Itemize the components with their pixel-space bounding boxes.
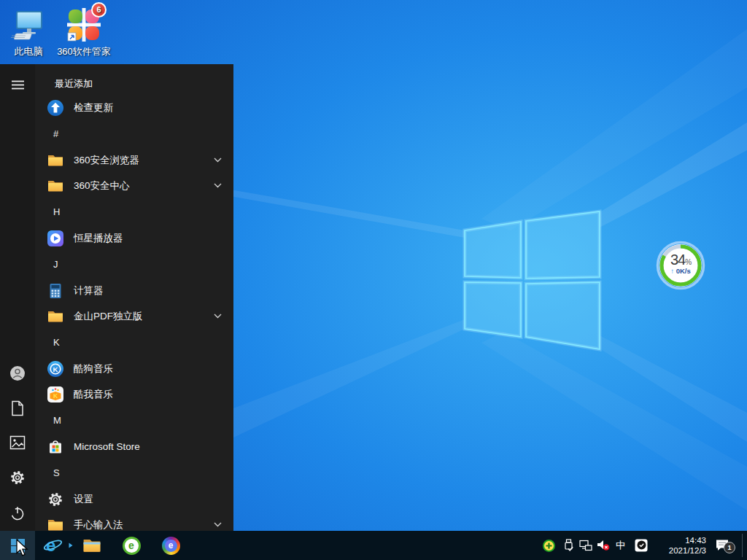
hamburger-menu-button[interactable] xyxy=(0,70,35,99)
upload-arrow-icon: ↑ xyxy=(670,267,674,275)
clock-time: 14:43 xyxy=(649,535,706,545)
start-menu-group-shouxin-ime[interactable]: 手心输入法 xyxy=(35,512,233,531)
folder-icon xyxy=(47,177,64,195)
ie-browser-icon: e xyxy=(43,536,63,556)
start-menu-item-microsoft-store[interactable]: Microsoft Store xyxy=(35,434,233,459)
chevron-down-icon[interactable] xyxy=(214,314,222,319)
update-count-badge: 6 xyxy=(91,2,107,18)
usb-device-icon xyxy=(563,539,574,552)
notification-center-button[interactable]: 1 xyxy=(715,531,729,560)
tray-clock[interactable]: 14:43 2021/12/3 xyxy=(649,531,706,560)
start-menu-item-calculator[interactable]: 计算器 xyxy=(35,278,233,303)
start-menu-group-360-browser[interactable]: 360安全浏览器 xyxy=(35,147,233,173)
this-pc-icon xyxy=(11,7,46,42)
microsoft-store-icon xyxy=(47,438,64,456)
360-speed-browser-icon: e xyxy=(162,537,180,555)
star-player-icon xyxy=(47,230,64,247)
desktop-icon-360-software-manager[interactable]: 6 360软件管家 xyxy=(55,7,112,58)
svg-text:K: K xyxy=(53,392,58,400)
start-menu: 最近添加 检查更新 # 360安全浏览器 xyxy=(0,64,233,531)
360-safe-browser-icon: e xyxy=(123,537,141,555)
memory-percent: 34% xyxy=(656,252,705,268)
taskbar-360-safe-browser-button[interactable]: e xyxy=(114,531,149,560)
folder-icon xyxy=(47,308,64,325)
user-avatar-icon xyxy=(9,365,26,381)
tray-defender[interactable] xyxy=(635,531,648,560)
chevron-down-icon[interactable] xyxy=(214,522,222,527)
taskbar-360-speed-browser-button[interactable]: e xyxy=(153,531,188,560)
hamburger-menu-icon xyxy=(12,80,24,90)
pictures-icon xyxy=(9,435,26,450)
taskbar-explorer-button[interactable] xyxy=(74,531,109,560)
svg-text:e: e xyxy=(46,536,55,555)
shortcut-arrow-icon xyxy=(68,33,76,41)
taskbar: e e e xyxy=(0,531,747,560)
file-explorer-icon xyxy=(82,536,101,555)
start-menu-item-star-player[interactable]: 恒星播放器 xyxy=(35,225,233,251)
start-menu-item-kuwo-music[interactable]: K 酷我音乐 xyxy=(35,381,233,407)
svg-text:K: K xyxy=(53,365,58,373)
360-float-ball[interactable]: 34% ↑ 0K/s xyxy=(656,241,705,290)
start-menu-section-hash[interactable]: # xyxy=(35,120,233,147)
desktop-icon-this-pc[interactable]: 此电脑 xyxy=(0,7,57,58)
folder-icon xyxy=(47,516,64,532)
mouse-cursor xyxy=(13,539,31,558)
start-menu-rail xyxy=(0,64,35,531)
kugou-icon: K xyxy=(47,360,64,378)
start-menu-item-check-updates[interactable]: 检查更新 xyxy=(35,95,233,120)
show-desktop-strip[interactable] xyxy=(742,534,743,557)
notification-badge: 1 xyxy=(724,542,735,553)
user-account-button[interactable] xyxy=(0,359,35,388)
start-menu-section-m[interactable]: M xyxy=(35,407,233,434)
start-menu-group-kingsoft-pdf[interactable]: 金山PDF独立版 xyxy=(35,303,233,329)
360-safety-icon xyxy=(543,540,555,552)
360-software-manager-icon: 6 xyxy=(66,7,101,42)
start-menu-item-settings[interactable]: 设置 xyxy=(35,486,233,512)
power-button[interactable] xyxy=(0,499,35,528)
tray-360-safety[interactable] xyxy=(543,531,555,560)
start-menu-section-k[interactable]: K xyxy=(35,329,233,356)
power-icon xyxy=(9,505,26,521)
tray-ime-indicator[interactable]: 中 xyxy=(616,531,626,560)
net-speed: ↑ 0K/s xyxy=(656,267,705,275)
start-menu-app-list: 最近添加 检查更新 # 360安全浏览器 xyxy=(35,64,233,531)
chevron-down-icon[interactable] xyxy=(214,158,222,163)
clock-date: 2021/12/3 xyxy=(649,545,706,556)
folder-icon xyxy=(47,152,64,169)
chevron-down-icon[interactable] xyxy=(214,183,222,188)
tray-network[interactable] xyxy=(579,531,592,560)
taskbar-ie-button[interactable]: e xyxy=(35,531,70,560)
start-menu-group-360-security[interactable]: 360安全中心 xyxy=(35,173,233,198)
documents-button[interactable] xyxy=(0,394,35,423)
update-icon xyxy=(47,99,64,117)
kuwo-icon: K xyxy=(47,386,64,403)
settings-button[interactable] xyxy=(0,463,35,492)
calculator-icon xyxy=(47,282,64,300)
tray-usb-device[interactable] xyxy=(563,531,574,560)
defender-check-icon xyxy=(635,539,648,552)
network-icon xyxy=(579,540,592,551)
start-menu-item-kugou-music[interactable]: K 酷狗音乐 xyxy=(35,356,233,381)
pictures-button[interactable] xyxy=(0,428,35,457)
start-menu-section-j[interactable]: J xyxy=(35,251,233,278)
settings-gear-icon xyxy=(47,491,64,508)
tray-volume-muted[interactable] xyxy=(597,531,610,560)
settings-gear-icon xyxy=(9,470,26,486)
documents-icon xyxy=(10,400,25,416)
desktop-icon-label: 360软件管家 xyxy=(55,45,112,58)
recently-added-header: 最近添加 xyxy=(35,64,233,95)
start-menu-section-s[interactable]: S xyxy=(35,459,233,486)
windows-desktop: 此电脑 6 360软件管家 xyxy=(0,0,747,560)
start-menu-section-h[interactable]: H xyxy=(35,198,233,225)
volume-muted-icon xyxy=(597,540,610,551)
desktop-icon-label: 此电脑 xyxy=(0,45,57,58)
expand-arrow-icon[interactable] xyxy=(69,542,73,548)
